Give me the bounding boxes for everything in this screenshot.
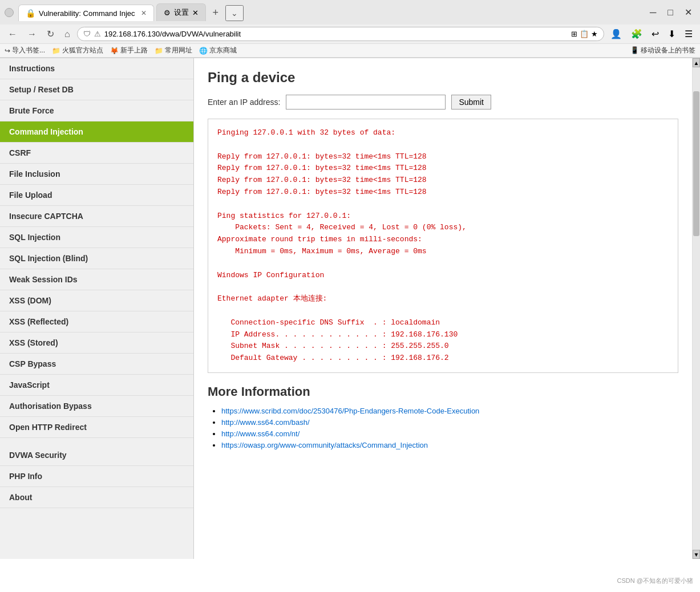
bookmark-icon[interactable]: ★ — [591, 30, 598, 38]
title-bar: 🔒 Vulnerability: Command Injec ✕ ⚙ 设置 ✕ … — [0, 0, 700, 25]
settings-icon: ⚙ — [164, 9, 171, 17]
bookmark-jd[interactable]: 🌐 京东商城 — [199, 46, 237, 55]
sidebar-item-javascript[interactable]: JavaScript — [0, 375, 193, 396]
url-input[interactable] — [104, 30, 568, 38]
extension-icon[interactable]: 🧩 — [628, 27, 645, 40]
settings-tab-label: 设置 — [174, 7, 189, 18]
tab-close-icon[interactable]: ✕ — [141, 9, 147, 17]
sidebar-item-sql-injection[interactable]: SQL Injection — [0, 227, 193, 248]
bookmark-import[interactable]: ↪ 导入书签... — [5, 46, 45, 55]
reload-button[interactable]: ↻ — [43, 27, 58, 40]
undo-icon[interactable]: ↩ — [649, 27, 662, 40]
mobile-bookmarks-label: 移动设备上的书签 — [641, 46, 695, 54]
firefox-icon: 🦊 — [110, 47, 119, 55]
sidebar-item-file-upload[interactable]: File Upload — [0, 185, 193, 206]
content-area: Ping a device Enter an IP address: Submi… — [194, 58, 692, 559]
bookmarks-bar: ↪ 导入书签... 📁 火狐官方站点 🦊 新手上路 📁 常用网址 🌐 京东商城 … — [0, 44, 700, 58]
sidebar-item-php-info[interactable]: PHP Info — [0, 466, 193, 487]
scrollbar-up[interactable]: ▲ — [693, 58, 700, 67]
mobile-bookmarks[interactable]: 📱 移动设备上的书签 — [630, 46, 695, 55]
bookmark-firefox-label: 火狐官方站点 — [62, 46, 103, 55]
scrollbar-thumb[interactable] — [693, 91, 699, 236]
bookmark-newuser[interactable]: 🦊 新手上路 — [110, 46, 148, 55]
page-title: Ping a device — [208, 70, 678, 86]
bookmark-firefox[interactable]: 📁 火狐官方站点 — [52, 46, 103, 55]
more-info-link-1[interactable]: http://www.ss64.com/bash/ — [221, 418, 310, 427]
bookmark-common[interactable]: 📁 常用网址 — [155, 46, 192, 55]
bookmark-newuser-label: 新手上路 — [120, 46, 148, 55]
more-info-title: More Information — [208, 384, 678, 399]
sidebar-item-file-inclusion[interactable]: File Inclusion — [0, 164, 193, 185]
right-scrollbar[interactable]: ▲ ▼ — [692, 58, 700, 559]
sidebar-item-xss-dom[interactable]: XSS (DOM) — [0, 290, 193, 311]
download-icon[interactable]: ⬇ — [665, 27, 678, 40]
browser-icon — [5, 8, 14, 17]
tab-favicon: 🔒 — [26, 9, 35, 18]
active-tab[interactable]: 🔒 Vulnerability: Command Injec ✕ — [18, 5, 154, 21]
security-icon: 🛡 — [83, 30, 91, 38]
sidebar-item-dvwa-security[interactable]: DVWA Security — [0, 445, 193, 466]
bookmark-jd-label: 京东商城 — [209, 46, 237, 55]
sidebar-item-setup-/-reset-db[interactable]: Setup / Reset DB — [0, 79, 193, 100]
sidebar-item-insecure-captcha[interactable]: Insecure CAPTCHA — [0, 206, 193, 227]
forward-button[interactable]: → — [24, 28, 40, 40]
submit-button[interactable]: Submit — [451, 95, 491, 110]
settings-tab-close[interactable]: ✕ — [192, 9, 199, 17]
sidebar-item-csp-bypass[interactable]: CSP Bypass — [0, 354, 193, 375]
window-controls: ─ □ ✕ — [646, 6, 695, 19]
address-bar-icons: ⊞ 📋 ★ — [571, 30, 598, 38]
sidebar-item-instructions[interactable]: Instructions — [0, 58, 193, 79]
sidebar-item-about[interactable]: About — [0, 487, 193, 508]
sidebar-item-csrf[interactable]: CSRF — [0, 143, 193, 164]
more-info-list: https://www.scribd.com/doc/2530476/Php-E… — [208, 406, 678, 449]
sidebar-item-sql-injection-blind[interactable]: SQL Injection (Blind) — [0, 248, 193, 269]
bookmark-import-label: 导入书签... — [12, 46, 45, 55]
menu-icon[interactable]: ☰ — [682, 27, 695, 40]
ip-input[interactable] — [286, 95, 446, 110]
address-bar[interactable]: 🛡 ⚠ ⊞ 📋 ★ — [77, 27, 604, 41]
back-button[interactable]: ← — [5, 28, 21, 40]
sidebar-item-authorisation-bypass[interactable]: Authorisation Bypass — [0, 396, 193, 417]
main-layout: InstructionsSetup / Reset DBBrute ForceC… — [0, 58, 700, 559]
close-button[interactable]: ✕ — [681, 6, 695, 19]
sidebar-item-xss-reflected[interactable]: XSS (Reflected) — [0, 311, 193, 333]
sidebar-item-weak-session-ids[interactable]: Weak Session IDs — [0, 269, 193, 290]
scrollbar-track[interactable] — [693, 67, 700, 550]
minimize-button[interactable]: ─ — [646, 6, 659, 19]
new-tab-button[interactable]: + — [208, 5, 224, 21]
sidebar-item-xss-stored[interactable]: XSS (Stored) — [0, 333, 193, 354]
maximize-button[interactable]: □ — [664, 6, 677, 19]
ip-form: Enter an IP address: Submit — [208, 95, 678, 110]
scrollbar-down[interactable]: ▼ — [693, 550, 700, 559]
profile-icon[interactable]: 👤 — [608, 27, 625, 40]
more-info-link-3[interactable]: https://owasp.org/www-community/attacks/… — [221, 441, 428, 449]
sidebar: InstructionsSetup / Reset DBBrute ForceC… — [0, 58, 194, 559]
security-warning-icon: ⚠ — [94, 30, 101, 38]
folder-icon-2: 📁 — [155, 47, 163, 55]
sidebar-item-command-injection[interactable]: Command Injection — [0, 121, 193, 143]
sidebar-item-brute-force[interactable]: Brute Force — [0, 100, 193, 121]
network-icon: ⊞ — [571, 30, 577, 38]
home-button[interactable]: ⌂ — [61, 28, 74, 40]
import-icon: ↪ — [5, 47, 10, 55]
globe-icon: 🌐 — [199, 47, 208, 55]
bookmark-common-label: 常用网址 — [165, 46, 192, 55]
sidebar-item-open-http-redirect[interactable]: Open HTTP Redirect — [0, 417, 193, 438]
folder-icon-1: 📁 — [52, 47, 60, 55]
more-info-link-2[interactable]: http://www.ss64.com/nt/ — [221, 429, 300, 438]
active-tab-label: Vulnerability: Command Injec — [39, 9, 135, 18]
more-info-link-0[interactable]: https://www.scribd.com/doc/2530476/Php-E… — [221, 407, 479, 415]
more-tabs-button[interactable]: ⌄ — [225, 5, 244, 21]
reader-icon: 📋 — [580, 30, 589, 38]
settings-tab[interactable]: ⚙ 设置 ✕ — [156, 3, 206, 21]
mobile-icon: 📱 — [630, 46, 639, 54]
navigation-bar: ← → ↻ ⌂ 🛡 ⚠ ⊞ 📋 ★ 👤 🧩 ↩ ⬇ ☰ — [0, 25, 700, 44]
output-box: Pinging 127.0.0.1 with 32 bytes of data:… — [208, 119, 678, 373]
ip-label: Enter an IP address: — [208, 98, 280, 107]
browser-chrome: 🔒 Vulnerability: Command Injec ✕ ⚙ 设置 ✕ … — [0, 0, 700, 58]
